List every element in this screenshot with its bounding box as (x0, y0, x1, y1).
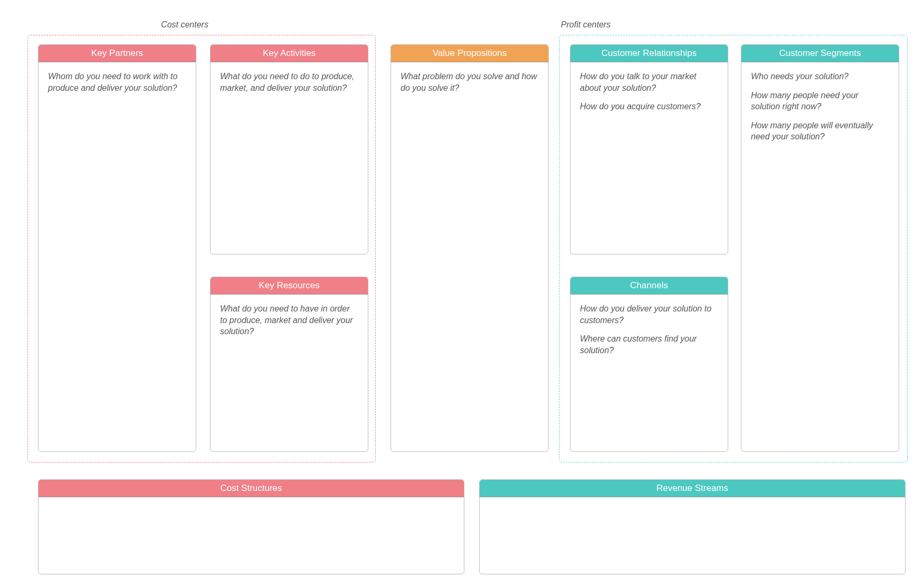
key-resources-title: Key Resources (211, 277, 368, 295)
channels-prompt-0: How do you deliver your solution to cust… (580, 303, 718, 326)
revenue-streams-title: Revenue Streams (480, 480, 905, 497)
key-partners-title: Key Partners (39, 45, 196, 62)
key-activities-body[interactable]: What do you need to do to produce, marke… (211, 62, 368, 254)
key-resources-body[interactable]: What do you need to have in order to pro… (211, 295, 368, 451)
value-propositions-body[interactable]: What problem do you solve and how do you… (391, 62, 548, 451)
key-activities-prompt-0: What do you need to do to produce, marke… (220, 71, 358, 93)
key-partners-prompt-0: Whom do you need to work with to produce… (48, 71, 186, 93)
channels-prompt-1: Where can customers find your solution? (580, 333, 718, 356)
customer-relationships-title: Customer Relationships (570, 45, 728, 62)
channels-title: Channels (570, 277, 728, 295)
customer-segments-card[interactable]: Customer Segments Who needs your solutio… (741, 44, 899, 452)
value-propositions-prompt-0: What problem do you solve and how do you… (401, 71, 539, 93)
customer-segments-body[interactable]: Who needs your solution? How many people… (741, 62, 899, 451)
key-activities-card[interactable]: Key Activities What do you need to do to… (210, 44, 368, 254)
key-resources-card[interactable]: Key Resources What do you need to have i… (210, 277, 368, 452)
channels-card[interactable]: Channels How do you deliver your solutio… (570, 277, 728, 452)
cost-centers-label: Cost centers (137, 20, 232, 30)
customer-segments-title: Customer Segments (741, 45, 899, 62)
profit-centers-label: Profit centers (538, 20, 633, 30)
customer-relationships-prompt-0: How do you talk to your market about you… (580, 71, 718, 93)
key-activities-title: Key Activities (211, 45, 368, 62)
cost-structures-body[interactable] (39, 497, 464, 574)
customer-segments-prompt-0: Who needs your solution? (751, 71, 889, 82)
key-partners-card[interactable]: Key Partners Whom do you need to work wi… (38, 44, 196, 452)
revenue-streams-body[interactable] (480, 497, 905, 574)
value-propositions-title: Value Propositions (391, 45, 548, 62)
customer-segments-prompt-2: How many people will eventually need you… (751, 120, 889, 143)
customer-relationships-prompt-1: How do you acquire customers? (580, 101, 718, 112)
channels-body[interactable]: How do you deliver your solution to cust… (570, 295, 728, 451)
customer-relationships-card[interactable]: Customer Relationships How do you talk t… (570, 44, 728, 254)
revenue-streams-card[interactable]: Revenue Streams (479, 479, 906, 574)
cost-structures-card[interactable]: Cost Structures (38, 479, 464, 574)
customer-segments-prompt-1: How many people need your solution right… (751, 90, 889, 112)
cost-structures-title: Cost Structures (39, 480, 464, 497)
value-propositions-card[interactable]: Value Propositions What problem do you s… (390, 44, 549, 452)
business-model-canvas: Cost centers Profit centers Key Partners… (0, 0, 924, 577)
key-resources-prompt-0: What do you need to have in order to pro… (220, 303, 358, 337)
key-partners-body[interactable]: Whom do you need to work with to produce… (39, 62, 196, 451)
customer-relationships-body[interactable]: How do you talk to your market about you… (570, 62, 728, 254)
